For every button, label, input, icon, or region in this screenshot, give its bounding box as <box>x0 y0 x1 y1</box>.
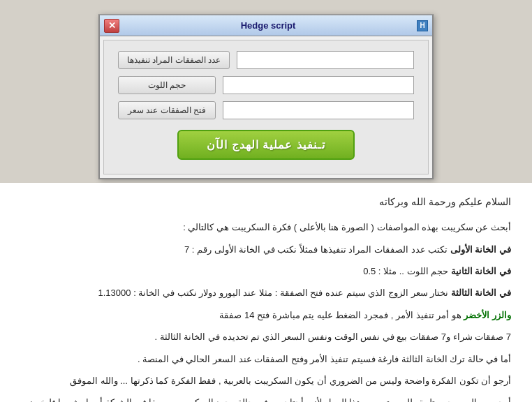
paragraph-7: أرجو أن تكون الفكرة واضحة وليس من الضرور… <box>21 373 511 389</box>
form-row-3: فتح الصفقات عند سعر <box>118 101 414 119</box>
greeting-text: السلام عليكم ورحمة الله وبركاته <box>21 193 511 211</box>
paragraph-5: 7 صفقات شراء و7 صفقات بيع في نفس الوقت و… <box>21 329 511 345</box>
paragraph-4: والزر الأخضر هو أمر تنفيذ الأمر , فمجرد … <box>21 307 511 323</box>
input-field-3[interactable] <box>223 101 414 119</box>
app-container: H Hedge script ✕ عدد الصفقات المراد تنفي… <box>0 14 532 402</box>
paragraph-3: في الخانة الثالثة نختار سعر الزوج الذي س… <box>21 285 511 301</box>
input-field-2[interactable] <box>223 76 414 94</box>
hedge-script-window: H Hedge script ✕ عدد الصفقات المراد تنفي… <box>98 14 434 179</box>
label-button-1[interactable]: عدد الصفقات المراد تنفيذها <box>118 51 230 69</box>
close-button[interactable]: ✕ <box>104 19 119 33</box>
title-bar: H Hedge script ✕ <box>100 15 432 36</box>
label-button-2[interactable]: حجم اللوت <box>118 76 216 94</box>
execute-button[interactable]: تـنفيذ عملية الهدج الآن <box>177 130 354 160</box>
paragraph-0: أبحث عن سكريبت بهذه المواصفات ( الصورة ه… <box>21 219 511 235</box>
paragraph-8: أرجو من المبرمجين تلبية طلبي وتصميم هذا … <box>21 394 511 402</box>
form-row-2: حجم اللوت <box>118 76 414 94</box>
window-icon: H <box>417 20 428 31</box>
paragraph-6: أما في حالة ترك الخانة الثالثة فارغة فسي… <box>21 351 511 367</box>
paragraph-1: في الخانة الأولى تكتب عدد الصفقات المراد… <box>21 241 511 258</box>
input-field-1[interactable] <box>237 51 414 69</box>
form-row-1: عدد الصفقات المراد تنفيذها <box>118 51 414 69</box>
window-body: عدد الصفقات المراد تنفيذها حجم اللوت فتح… <box>103 40 429 174</box>
content-area: السلام عليكم ورحمة الله وبركاته أبحث عن … <box>0 183 532 402</box>
paragraph-2: في الخانة الثانية حجم اللوت .. مثلا : 0.… <box>21 263 511 279</box>
label-button-3[interactable]: فتح الصفقات عند سعر <box>118 101 216 119</box>
window-title: Hedge script <box>119 20 417 31</box>
